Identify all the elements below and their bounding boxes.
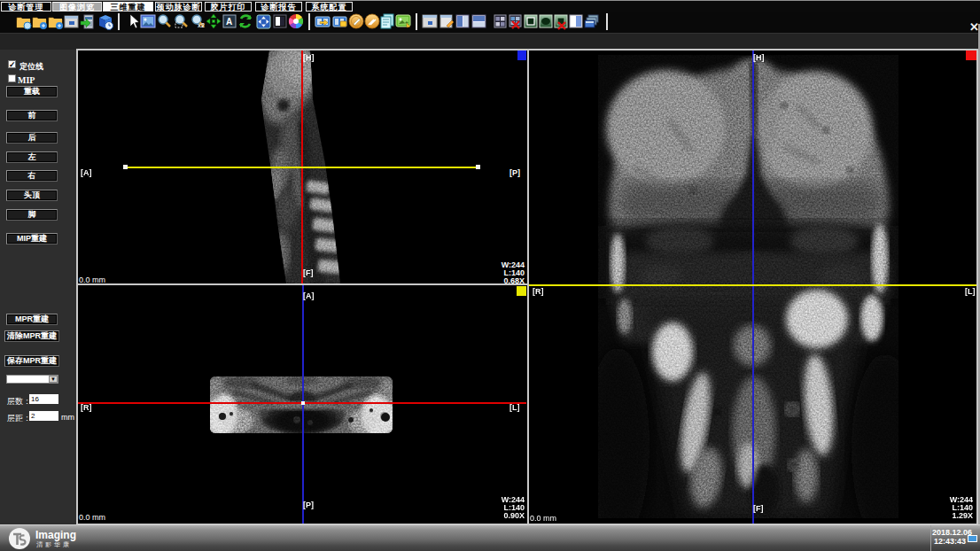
svg-text:x2: x2 xyxy=(198,22,205,28)
svg-text:A: A xyxy=(226,17,232,27)
